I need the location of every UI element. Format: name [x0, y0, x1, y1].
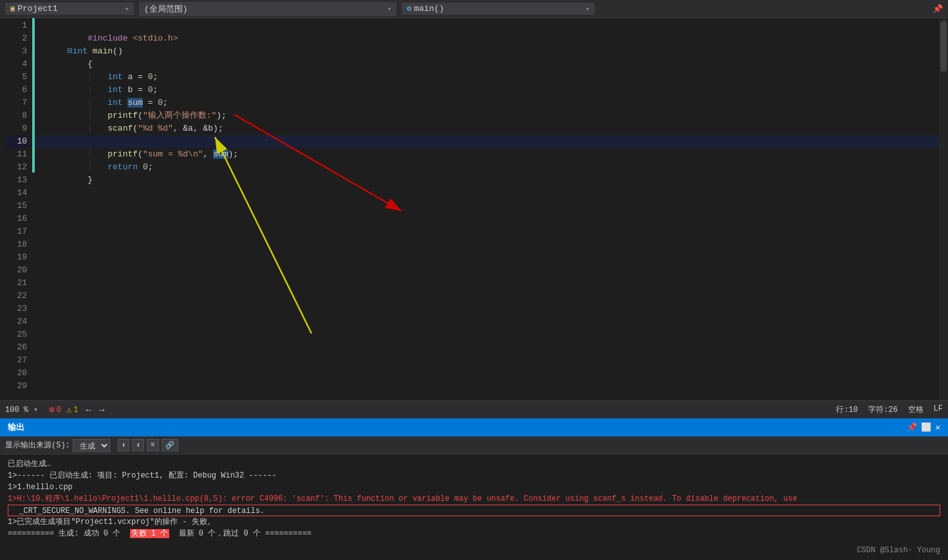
output-line-5: _CRT_SECURE_NO_WARNINGS. See online help… — [8, 505, 940, 516]
warning-icon: ⚠ — [66, 404, 71, 415]
editor-scrollbar[interactable] — [939, 18, 948, 400]
error-icon: ⊗ — [49, 404, 54, 415]
output-btn-3[interactable]: ≡ — [147, 439, 159, 451]
project-name: Project1 — [17, 4, 57, 14]
code-line-21 — [35, 277, 939, 290]
line-num: 22 — [5, 290, 27, 303]
line-num: 20 — [5, 264, 27, 277]
warning-badge[interactable]: ⚠ 1 — [66, 404, 79, 415]
project-dropdown-arrow: ▾ — [125, 5, 129, 13]
output-panel-title: 输出 — [8, 422, 24, 433]
zoom-dropdown[interactable]: ▾ — [33, 405, 38, 415]
line-num: 19 — [5, 251, 27, 264]
expand-output-icon[interactable]: ⬜ — [921, 422, 931, 433]
output-toolbar: 显示输出来源(S): 生成 ⬆ ⬇ ≡ 🔗 — [0, 436, 948, 454]
error-badge[interactable]: ⊗ 0 — [49, 404, 61, 415]
error-count: 0 — [57, 406, 61, 415]
line-num: 6 — [5, 84, 27, 97]
code-line-13 — [35, 174, 939, 187]
code-line-25 — [35, 328, 939, 341]
code-line-17 — [35, 225, 939, 238]
status-bar: 100 % ▾ ⊗ 0 ⚠ 1 ← → 行:10 字符:26 空格 LF — [0, 400, 948, 418]
line-num: 12 — [5, 161, 27, 174]
line-num: 15 — [5, 200, 27, 212]
function-dropdown-arrow: ▾ — [586, 5, 590, 13]
output-line-2: 1>------ 已启动生成: 项目: Project1, 配置: Debug … — [8, 470, 940, 481]
line-num: 14 — [5, 187, 27, 200]
code-line-9: ┊ sum = a + b; — [35, 122, 939, 135]
cursor-row: 行:10 — [836, 404, 858, 415]
error-function-text: function — [357, 494, 395, 503]
function-name: main() — [414, 4, 444, 14]
output-line-1: 已启动生成… — [8, 458, 940, 470]
code-line-1: #include <stdio.h> — [35, 19, 939, 32]
output-btn-2[interactable]: ⬇ — [132, 439, 144, 451]
function-selector[interactable]: ⚙ main() ▾ — [402, 3, 595, 15]
csdn-watermark: CSDN @Slash· Young — [857, 546, 940, 555]
line-num: 4 — [5, 58, 27, 71]
nav-forward[interactable]: → — [97, 404, 107, 416]
status-right: 行:10 字符:26 空格 LF — [836, 404, 943, 415]
code-line-7: ┊ printf("输入两个操作数:"); — [35, 97, 939, 109]
code-line-28 — [35, 367, 939, 380]
line-num: 18 — [5, 238, 27, 251]
fail-highlight: 失败 1 个 — [130, 529, 170, 538]
project-selector[interactable]: ▣ Project1 ▾ — [5, 3, 134, 15]
code-line-16 — [35, 212, 939, 225]
output-btn-1[interactable]: ⬆ — [118, 439, 130, 451]
code-line-24 — [35, 315, 939, 328]
line-num: 25 — [5, 328, 27, 341]
code-line-6: ┊ int sum = 0; — [35, 84, 939, 97]
code-editor[interactable]: #include <stdio.h> ⊟int main() { ┊ int a… — [35, 18, 939, 400]
warning-count: 1 — [73, 406, 78, 415]
code-line-4: ┊ int a = 0; — [35, 58, 939, 71]
line-numbers: 1 2 3 4 5 6 7 8 9 10 11 12 13 14 15 16 1… — [0, 18, 32, 400]
code-line-26 — [35, 341, 939, 354]
zoom-level: 100 % — [5, 406, 28, 415]
code-line-11: ┊ return 0; — [35, 148, 939, 161]
code-line-23 — [35, 303, 939, 315]
line-num: 1 — [5, 19, 27, 32]
title-bar-controls: 📌 — [933, 4, 943, 14]
output-content: 已启动生成… 1>------ 已启动生成: 项目: Project1, 配置:… — [0, 454, 948, 560]
code-line-29 — [35, 380, 939, 393]
close-output-icon[interactable]: ✕ — [935, 422, 940, 433]
code-line-15 — [35, 200, 939, 212]
title-bar: ▣ Project1 ▾ (全局范围) ▾ ⚙ main() ▾ 📌 — [0, 0, 948, 18]
line-num: 17 — [5, 225, 27, 238]
code-line-27 — [35, 354, 939, 367]
line-num: 11 — [5, 148, 27, 161]
code-line-18 — [35, 238, 939, 251]
indent-type: 空格 — [908, 404, 924, 415]
code-line-10: ┊ printf("sum = %d\n", sum); — [35, 135, 939, 148]
navigation-arrows: ← → — [84, 404, 107, 416]
line-num: 8 — [5, 109, 27, 122]
scrollbar-thumb[interactable] — [940, 21, 947, 72]
line-num: 26 — [5, 341, 27, 354]
error-this-text: This — [333, 494, 352, 503]
line-num: 13 — [5, 174, 27, 187]
scope-dropdown-arrow: ▾ — [387, 5, 391, 13]
function-icon: ⚙ — [407, 4, 411, 14]
cursor-col: 字符:26 — [868, 404, 898, 415]
line-num: 10 — [5, 135, 27, 148]
source-label: 显示输出来源(S): — [5, 440, 70, 451]
pin-icon[interactable]: 📌 — [933, 4, 943, 14]
pin-output-icon[interactable]: 📌 — [907, 422, 917, 433]
output-line-7: ========== 生成: 成功 0 个 失败 1 个 最新 0 个，跳过 0… — [8, 528, 940, 539]
source-dropdown[interactable]: 生成 — [73, 439, 110, 452]
output-header: 输出 📌 ⬜ ✕ — [0, 418, 948, 436]
code-line-3: { — [35, 45, 939, 58]
code-line-2: ⊟int main() — [35, 32, 939, 45]
line-num: 23 — [5, 303, 27, 315]
code-line-19 — [35, 251, 939, 264]
line-num: 27 — [5, 354, 27, 367]
output-line-3: 1>1.helllo.cpp — [8, 481, 940, 493]
line-num: 3 — [5, 45, 27, 58]
line-num: 5 — [5, 71, 27, 84]
line-num: 2 — [5, 32, 27, 45]
output-panel: 输出 📌 ⬜ ✕ 显示输出来源(S): 生成 ⬆ ⬇ ≡ 🔗 已启动生成… 1>… — [0, 418, 948, 560]
scope-selector[interactable]: (全局范围) ▾ — [139, 2, 396, 16]
nav-back[interactable]: ← — [84, 404, 94, 416]
output-btn-4[interactable]: 🔗 — [162, 439, 178, 451]
